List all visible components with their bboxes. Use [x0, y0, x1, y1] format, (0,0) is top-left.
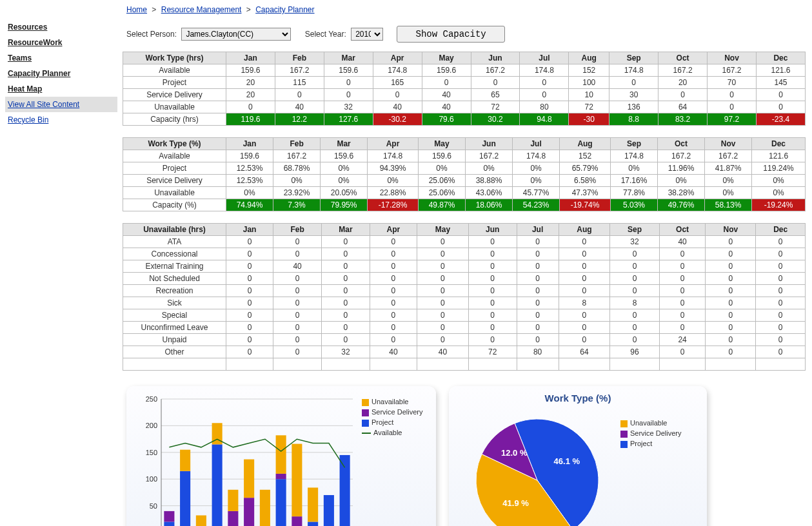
- cell: 167.2: [471, 64, 520, 77]
- bar-segment: [228, 490, 238, 511]
- capacity-cell: 30.2: [471, 113, 520, 126]
- cell: 0: [417, 248, 469, 260]
- bar-segment: [292, 444, 302, 517]
- sidebar-item-resourcework[interactable]: ResourceWork: [5, 35, 117, 50]
- row-label: Capacity (%): [123, 199, 226, 211]
- cell: 152: [569, 64, 609, 77]
- table-row: Project20115016500010002070145: [123, 77, 806, 89]
- cell: 68.78%: [273, 162, 321, 175]
- cell: 0: [417, 273, 469, 285]
- pie-slice-label: 46.1 %: [554, 456, 580, 466]
- sidebar-item-resources[interactable]: Resources: [5, 19, 117, 35]
- month-header-aug: Aug: [560, 138, 611, 150]
- cell: 0: [517, 297, 559, 309]
- sidebar-item-heat-map[interactable]: Heat Map: [5, 81, 117, 97]
- month-header-mar: Mar: [321, 138, 368, 150]
- legend-item: Project: [362, 417, 422, 427]
- table-row: Available159.6167.2159.6174.8159.6167.21…: [123, 64, 806, 77]
- sidebar-item-recycle-bin[interactable]: Recycle Bin: [5, 112, 117, 128]
- select-person-label: Select Person:: [126, 30, 177, 39]
- cell: 0%: [513, 162, 560, 175]
- cell: 0: [322, 297, 370, 309]
- cell: 72: [569, 101, 609, 113]
- cell: 145: [756, 77, 805, 89]
- main-content: Home > Resource Management > Capacity Pl…: [123, 0, 812, 526]
- cell: 119.24%: [752, 162, 806, 175]
- cell: 0: [322, 273, 370, 285]
- cell: 20: [226, 77, 275, 89]
- cell: 159.6: [419, 150, 466, 162]
- row-label: Available: [123, 64, 226, 77]
- month-header-sep: Sep: [609, 52, 659, 64]
- cell: 174.8: [609, 64, 659, 77]
- table-row: External Training0400000000000: [123, 260, 806, 273]
- cell: 167.2: [708, 64, 757, 77]
- cell: 0: [706, 297, 756, 309]
- row-label: Not Scheduled: [123, 273, 226, 285]
- bar-segment: [276, 479, 286, 526]
- cell: 0: [756, 285, 806, 297]
- row-label: Unpaid: [123, 334, 226, 346]
- cell: 38.28%: [658, 187, 705, 199]
- cell: 40: [417, 346, 469, 358]
- cell: 0: [610, 248, 659, 260]
- pie-chart: 46.1 %41.9 %12.0 %: [457, 406, 618, 526]
- cell: 0: [706, 236, 756, 248]
- row-label: Service Delivery: [123, 175, 226, 187]
- capacity-cell: 54.23%: [513, 199, 560, 211]
- cell: 167.2: [658, 150, 705, 162]
- cell: 0%: [752, 175, 806, 187]
- table-row: Special000000000000: [123, 309, 806, 322]
- bar-segment: [212, 444, 223, 526]
- cell: 0%: [368, 175, 419, 187]
- select-person[interactable]: James.Clayton(CC): [181, 28, 291, 41]
- cell: 0: [610, 285, 659, 297]
- table-row: Unconfirmed Leave000000000000: [123, 322, 806, 334]
- month-header-dec: Dec: [752, 138, 806, 150]
- cell: 0: [610, 309, 659, 322]
- month-header-feb: Feb: [275, 52, 324, 64]
- svg-text:100: 100: [146, 475, 157, 483]
- cell: 24: [659, 334, 706, 346]
- cell: 0: [559, 248, 610, 260]
- capacity-cell: 5.03%: [611, 199, 658, 211]
- bar-segment: [180, 471, 190, 526]
- cell: 0: [468, 322, 517, 334]
- show-capacity-button[interactable]: Show Capacity: [397, 26, 504, 43]
- cell: 165: [373, 77, 422, 89]
- cell: 0: [756, 273, 806, 285]
- cell: 0: [273, 297, 322, 309]
- sidebar-item-teams[interactable]: Teams: [5, 50, 117, 66]
- bar-segment: [276, 474, 286, 479]
- cell: 0: [417, 285, 469, 297]
- month-header-aug: Aug: [559, 224, 610, 236]
- cell: 159.6: [226, 64, 275, 77]
- sidebar-item-capacity-planner[interactable]: Capacity Planner: [5, 66, 117, 81]
- cell: 0: [708, 101, 757, 113]
- cell: 40: [422, 101, 471, 113]
- line-series: [169, 439, 344, 467]
- month-header-aug: Aug: [569, 52, 609, 64]
- cell: 0: [273, 273, 322, 285]
- sidebar-item-view-all-site-content[interactable]: View All Site Content: [5, 97, 117, 112]
- capacity-cell: 18.06%: [466, 199, 513, 211]
- select-year[interactable]: 2010: [351, 28, 383, 41]
- month-header-dec: Dec: [756, 224, 806, 236]
- cell: 0%: [513, 175, 560, 187]
- cell: 0: [226, 322, 273, 334]
- breadcrumb-resource-management[interactable]: Resource Management: [161, 5, 242, 14]
- cell: 65.79%: [560, 162, 611, 175]
- breadcrumb-capacity-planner[interactable]: Capacity Planner: [255, 5, 314, 14]
- cell: 0: [468, 248, 517, 260]
- cell: 70: [708, 77, 757, 89]
- table-row: ATA00000000324000: [123, 236, 806, 248]
- cell: 0: [517, 322, 559, 334]
- month-header-apr: Apr: [368, 138, 419, 150]
- capacity-cell: 119.6: [226, 113, 275, 126]
- cell: 12.53%: [226, 175, 273, 187]
- cell: 0: [610, 322, 659, 334]
- svg-text:200: 200: [146, 422, 157, 429]
- table-row: Service Delivery12.53%0%0%0%25.06%38.88%…: [123, 175, 806, 187]
- cell: 43.06%: [466, 187, 513, 199]
- breadcrumb-home[interactable]: Home: [126, 5, 147, 14]
